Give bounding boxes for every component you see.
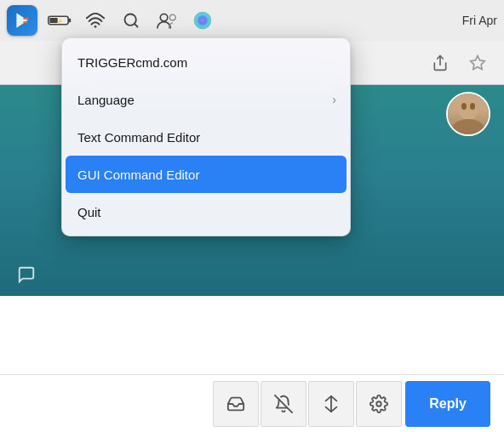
mute-button[interactable] [261,381,306,427]
menu-item-label: GUI Command Editor [77,168,199,182]
svg-point-3 [470,103,475,110]
svg-marker-6 [16,13,27,28]
svg-line-15 [135,24,138,27]
context-menu: TRIGGERcmd.com Language › Text Command E… [61,37,351,236]
inbox-button[interactable] [213,381,259,427]
menubar-time: Fri Apr [462,14,497,27]
menu-item-label: Text Command Editor [77,130,200,145]
svg-text:⚡: ⚡ [57,18,63,25]
bookmark-button[interactable] [465,50,490,76]
menubar: ⚡ [0,0,504,41]
svg-line-19 [275,395,292,412]
avatar [446,92,490,136]
chat-icon [14,262,39,287]
siri-icon[interactable] [189,7,216,34]
avatar-image [448,94,489,134]
svg-point-16 [160,14,168,21]
reply-button[interactable]: Reply [405,381,490,427]
chevron-right-icon: › [332,93,336,106]
search-icon[interactable] [117,7,145,34]
reply-label: Reply [429,396,467,412]
svg-marker-5 [471,55,485,69]
svg-point-17 [169,14,175,20]
triggercmd-icon[interactable] [7,5,37,36]
settings-button[interactable] [356,381,402,427]
teal-icons-row [0,253,504,296]
menu-item-language[interactable]: Language › [62,81,350,118]
menu-item-text-command-editor[interactable]: Text Command Editor [62,118,350,156]
svg-point-0 [458,98,478,120]
svg-point-13 [94,26,97,28]
menu-item-label: TRIGGERcmd.com [77,55,187,70]
move-button[interactable] [308,381,354,427]
share-button[interactable] [427,50,453,76]
bottom-toolbar: Reply [0,374,504,432]
svg-rect-10 [68,19,71,23]
menu-item-label: Language [77,93,135,107]
svg-point-21 [376,401,381,406]
menu-item-quit[interactable]: Quit [62,193,350,230]
menu-item-triggercmd[interactable]: TRIGGERcmd.com [62,43,350,81]
svg-point-2 [461,103,467,110]
time-label: Fri Apr [462,14,497,27]
wifi-icon [82,7,109,34]
menu-item-gui-command-editor[interactable]: GUI Command Editor [66,156,346,193]
svg-rect-7 [23,18,29,20]
svg-rect-8 [23,21,26,23]
user-icon [153,7,180,34]
menu-item-label: Quit [77,205,101,219]
svg-point-18 [194,12,212,30]
battery-icon: ⚡ [46,7,73,34]
